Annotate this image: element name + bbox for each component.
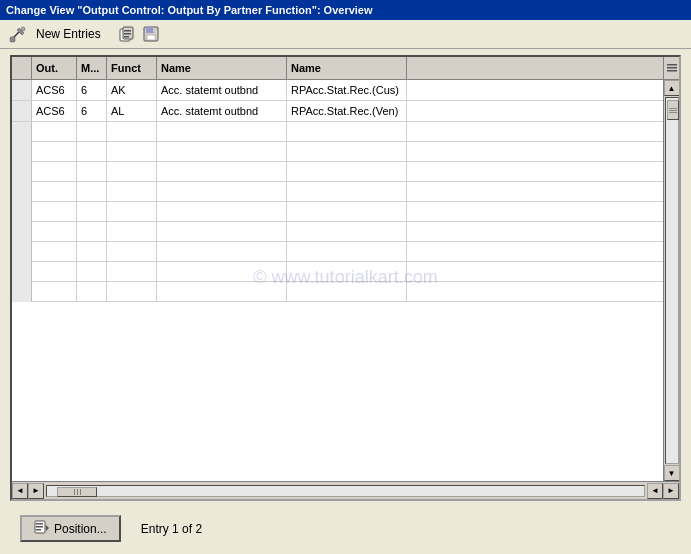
table-row-empty [12, 202, 663, 222]
col-header-funct: Funct [107, 57, 157, 79]
cell-funct-1: AK [107, 80, 157, 100]
position-label: Position... [54, 522, 107, 536]
table-row-empty [12, 162, 663, 182]
horiz-scroll-track[interactable] [46, 485, 645, 497]
save-icon[interactable] [141, 24, 161, 44]
scroll-right-small-button[interactable]: ► [28, 483, 44, 499]
col-header-name1: Name [157, 57, 287, 79]
svg-rect-13 [667, 70, 677, 72]
wrench-icon[interactable] [8, 24, 28, 44]
table-row-empty [12, 222, 663, 242]
horizontal-scrollbar[interactable]: ◄ ► ◄ ► [12, 481, 679, 499]
header-selector [12, 57, 32, 79]
scroll-grip[interactable] [667, 100, 679, 120]
entry-info: Entry 1 of 2 [141, 522, 202, 536]
scroll-right-far-button[interactable]: ► [663, 483, 679, 499]
svg-rect-12 [667, 67, 677, 69]
svg-rect-16 [36, 526, 43, 528]
row-selector-e1 [12, 122, 32, 142]
cell-out-2: ACS6 [32, 101, 77, 121]
horiz-scroll-grip[interactable] [57, 487, 97, 497]
cell-m-1: 6 [77, 80, 107, 100]
table-row-empty [12, 122, 663, 142]
scroll-left-button[interactable]: ◄ [12, 483, 28, 499]
table-container: Out. M... Funct Name Name [10, 55, 681, 501]
svg-rect-8 [146, 27, 154, 33]
row-selector-1[interactable] [12, 80, 32, 100]
vertical-scrollbar[interactable]: ▲ ▼ [663, 80, 679, 481]
table-row-empty [12, 242, 663, 262]
col-header-m: M... [77, 57, 107, 79]
main-window: Change View "Output Control: Output By P… [0, 0, 691, 554]
table-row-empty [12, 142, 663, 162]
svg-rect-17 [36, 529, 41, 531]
copy-icon[interactable] [117, 24, 137, 44]
svg-rect-10 [153, 28, 155, 32]
table-row-empty [12, 282, 663, 302]
scroll-left-far-button[interactable]: ◄ [647, 483, 663, 499]
table-row-empty [12, 262, 663, 282]
table-row[interactable]: ACS6 6 AL Acc. statemt outbnd RPAcc.Stat… [12, 101, 663, 122]
table-row[interactable]: ACS6 6 AK Acc. statemt outbnd RPAcc.Stat… [12, 80, 663, 101]
table-header: Out. M... Funct Name Name [12, 57, 679, 80]
cell-out-1: ACS6 [32, 80, 77, 100]
svg-rect-5 [124, 33, 131, 35]
svg-rect-6 [124, 36, 129, 38]
col-header-name2: Name [287, 57, 407, 79]
cell-name2-2: RPAcc.Stat.Rec.(Ven) [287, 101, 407, 121]
row-selector-2[interactable] [12, 101, 32, 121]
column-settings-icon[interactable] [663, 57, 679, 79]
content-area: Out. M... Funct Name Name [0, 49, 691, 554]
cell-name1-2: Acc. statemt outbnd [157, 101, 287, 121]
table-body: ACS6 6 AK Acc. statemt outbnd RPAcc.Stat… [12, 80, 663, 481]
table-scroll-area: ACS6 6 AK Acc. statemt outbnd RPAcc.Stat… [12, 80, 679, 481]
position-icon [34, 520, 50, 537]
table-row-empty [12, 182, 663, 202]
new-entries-label: New Entries [36, 27, 101, 41]
toolbar: New Entries [0, 20, 691, 49]
svg-rect-4 [124, 30, 131, 32]
scroll-down-button[interactable]: ▼ [664, 465, 680, 481]
cell-funct-2: AL [107, 101, 157, 121]
cell-m-2: 6 [77, 101, 107, 121]
svg-rect-11 [667, 64, 677, 66]
svg-rect-9 [147, 35, 155, 40]
title-bar: Change View "Output Control: Output By P… [0, 0, 691, 20]
position-button[interactable]: Position... [20, 515, 121, 542]
col-header-out: Out. [32, 57, 77, 79]
scroll-track[interactable] [665, 97, 679, 464]
scroll-up-button[interactable]: ▲ [664, 80, 680, 96]
svg-rect-15 [36, 523, 43, 525]
svg-rect-0 [10, 37, 15, 42]
svg-marker-18 [46, 525, 49, 531]
cell-name2-1: RPAcc.Stat.Rec.(Cus) [287, 80, 407, 100]
cell-name1-1: Acc. statemt outbnd [157, 80, 287, 100]
svg-point-1 [21, 27, 25, 31]
bottom-bar: Position... Entry 1 of 2 [10, 509, 681, 548]
window-title: Change View "Output Control: Output By P… [6, 4, 373, 16]
